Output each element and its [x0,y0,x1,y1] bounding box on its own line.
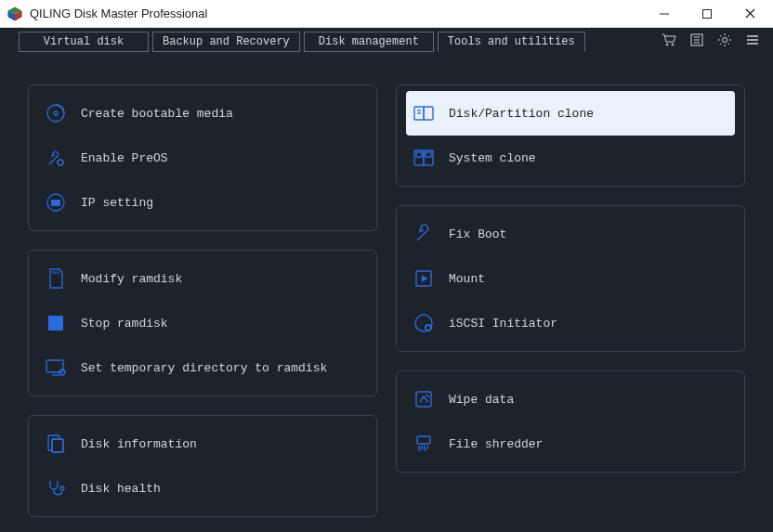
item-create-bootable-media[interactable]: Create bootable media [38,91,367,136]
item-label: Disk/Partition clone [449,107,594,121]
svg-point-20 [58,160,63,165]
tab-label: Backup and Recovery [163,35,290,48]
tabbar: Virtual disk Backup and Recovery Disk ma… [0,28,773,52]
titlebar: QILING Disk Master Professional [0,0,773,28]
svg-rect-48 [417,436,430,444]
cart-icon[interactable] [662,32,676,47]
document-icon [44,432,68,456]
left-column: Create bootable media Enable PreOS [28,84,377,517]
eraser-icon [412,387,436,411]
disc-icon [44,101,68,125]
svg-rect-41 [426,152,431,157]
system-clone-icon [412,146,436,170]
tab-virtual-disk[interactable]: Virtual disk [19,32,149,52]
stethoscope-icon [44,476,68,500]
sd-card-icon [44,266,68,291]
gear-icon[interactable] [717,32,732,47]
tab-label: Virtual disk [44,35,124,48]
item-stop-ramdisk[interactable]: Stop ramdisk [38,301,367,345]
item-label: File shredder [449,437,543,451]
tab-disk-management[interactable]: Disk management [304,32,434,52]
tab-label: Tools and utilities [448,35,575,48]
svg-point-33 [60,487,64,490]
item-mount[interactable]: Mount [406,256,735,301]
stop-icon [44,311,68,335]
item-label: Fix Boot [449,227,506,241]
svg-point-9 [672,44,674,45]
svg-point-19 [54,111,58,115]
right-column: Disk/Partition clone System clone [396,84,745,517]
item-system-clone[interactable]: System clone [406,136,735,180]
app-body: Virtual disk Backup and Recovery Disk ma… [0,28,773,532]
panel-tools: Fix Boot Mount [396,205,745,352]
item-label: Modify ramdisk [81,272,182,286]
item-file-shredder[interactable]: File shredder [406,422,735,466]
item-label: Wipe data [449,393,514,407]
item-iscsi-initiator[interactable]: iSCSI Initiator [406,301,735,345]
item-disk-partition-clone[interactable]: Disk/Partition clone [406,91,735,136]
clone-icon [412,101,436,125]
minimize-button[interactable] [643,0,686,28]
play-icon [412,266,436,291]
disk-icon [412,311,436,335]
app-logo-icon [7,6,22,21]
menu-icon[interactable] [745,32,760,47]
panel-data: Wipe data File shredder [396,370,745,473]
tab-backup-recovery[interactable]: Backup and Recovery [152,32,300,52]
item-label: Mount [449,272,485,286]
item-label: Set temporary directory to ramdisk [81,361,327,375]
item-label: Enable PreOS [81,151,168,165]
svg-rect-40 [416,152,422,157]
svg-marker-43 [422,275,427,282]
item-modify-ramdisk[interactable]: Modify ramdisk [38,256,367,301]
item-label: IP setting [81,196,153,210]
item-fix-boot[interactable]: Fix Boot [406,212,735,256]
tab-tools-utilities[interactable]: Tools and utilities [438,32,585,52]
window-title: QILING Disk Master Professional [30,6,643,20]
svg-rect-47 [416,392,431,407]
svg-rect-31 [52,439,63,452]
svg-rect-26 [48,316,63,331]
svg-point-14 [723,38,727,43]
item-disk-information[interactable]: Disk information [38,422,367,466]
svg-point-8 [666,44,668,45]
monitor-gear-icon [44,356,68,380]
item-label: System clone [449,151,536,165]
item-label: Disk information [81,437,197,451]
maximize-button[interactable] [686,0,728,28]
monitor-icon [44,190,68,214]
wrench-icon [412,222,436,246]
list-icon[interactable] [689,32,704,47]
item-set-temp-directory[interactable]: Set temporary directory to ramdisk [38,345,367,390]
item-label: Create bootable media [81,107,233,121]
panel-disk-info: Disk information Disk health [28,415,377,517]
item-enable-preos[interactable]: Enable PreOS [38,136,367,180]
item-wipe-data[interactable]: Wipe data [406,377,735,422]
svg-rect-22 [51,200,60,206]
item-label: Disk health [81,482,161,496]
item-label: Stop ramdisk [81,317,168,331]
svg-rect-35 [424,107,433,120]
close-button[interactable] [728,0,771,28]
panel-boot-options: Create bootable media Enable PreOS [28,84,377,231]
svg-rect-5 [703,9,712,18]
item-ip-setting[interactable]: IP setting [38,180,367,225]
tab-label: Disk management [319,35,419,48]
content: Create bootable media Enable PreOS [0,52,773,532]
item-label: iSCSI Initiator [449,317,557,331]
shredder-icon [412,432,436,456]
wrench-gear-icon [44,146,68,170]
panel-clone: Disk/Partition clone System clone [396,84,745,187]
panel-ramdisk: Modify ramdisk Stop ramdisk Set [28,250,377,396]
window-controls [643,0,771,28]
item-disk-health[interactable]: Disk health [38,466,367,511]
